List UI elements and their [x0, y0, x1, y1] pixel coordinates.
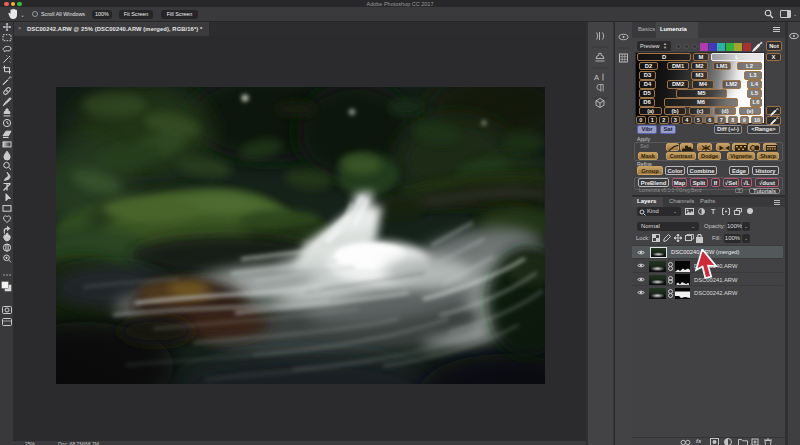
- svg-text:A: A: [594, 73, 599, 82]
